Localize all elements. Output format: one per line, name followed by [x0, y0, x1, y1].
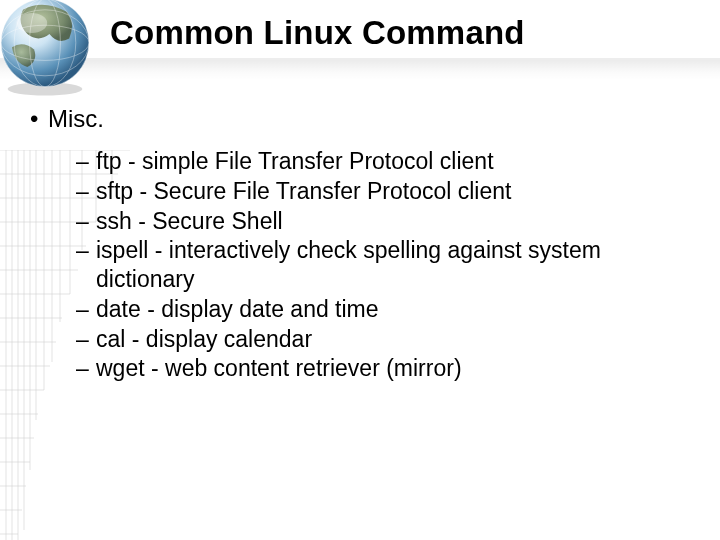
dash-marker: – — [76, 207, 96, 236]
list-item-text: ssh - Secure Shell — [96, 207, 700, 236]
content-area: •Misc. –ftp - simple File Transfer Proto… — [30, 105, 700, 384]
sub-bullet-list: –ftp - simple File Transfer Protocol cli… — [76, 147, 700, 383]
slide: Common Linux Command •Misc. –ftp - simpl… — [0, 0, 720, 540]
bullet-marker: • — [30, 105, 48, 133]
dash-marker: – — [76, 354, 96, 383]
list-item: –ftp - simple File Transfer Protocol cli… — [76, 147, 700, 176]
list-item: –ispell - interactively check spelling a… — [76, 236, 700, 294]
list-item-text: cal - display calendar — [96, 325, 700, 354]
bullet-text: Misc. — [48, 105, 104, 132]
dash-marker: – — [76, 325, 96, 354]
dash-marker: – — [76, 177, 96, 206]
list-item-text: sftp - Secure File Transfer Protocol cli… — [96, 177, 700, 206]
list-item: –ssh - Secure Shell — [76, 207, 700, 236]
dash-marker: – — [76, 147, 96, 176]
list-item-text: ftp - simple File Transfer Protocol clie… — [96, 147, 700, 176]
globe-icon — [0, 0, 100, 100]
list-item-text: date - display date and time — [96, 295, 700, 324]
dash-marker: – — [76, 236, 96, 294]
list-item: –wget - web content retriever (mirror) — [76, 354, 700, 383]
dash-marker: – — [76, 295, 96, 324]
bullet-level1: •Misc. — [30, 105, 700, 133]
slide-title: Common Linux Command — [110, 14, 525, 52]
list-item-text: wget - web content retriever (mirror) — [96, 354, 700, 383]
list-item: –cal - display calendar — [76, 325, 700, 354]
list-item: –date - display date and time — [76, 295, 700, 324]
list-item: –sftp - Secure File Transfer Protocol cl… — [76, 177, 700, 206]
svg-point-7 — [16, 13, 47, 33]
header-underline — [0, 60, 720, 80]
list-item-text: ispell - interactively check spelling ag… — [96, 236, 700, 294]
